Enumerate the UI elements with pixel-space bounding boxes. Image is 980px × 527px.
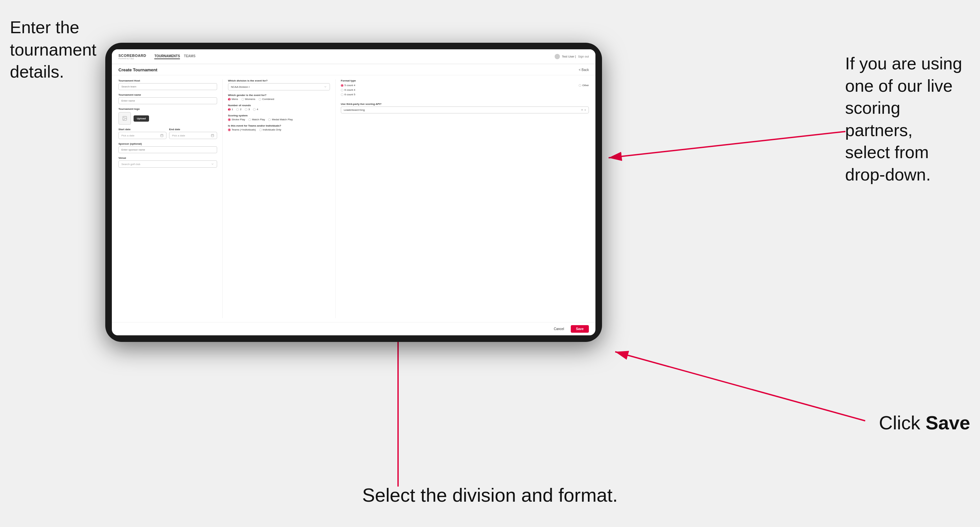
annotation-bottomright: Click Save xyxy=(879,410,970,435)
rounds-label-3: 3 xyxy=(248,108,250,111)
start-date-group: Start date Pick a date xyxy=(118,128,167,139)
back-link[interactable]: < Back xyxy=(579,68,589,71)
gender-label-womens: Womens xyxy=(245,98,255,101)
nav-user: Test User | xyxy=(562,55,576,58)
teams-radio-group: Teams (+Individuals) Individuals Only xyxy=(228,128,330,131)
format-label: Format type xyxy=(341,79,589,82)
gender-option-mens[interactable]: Mens xyxy=(228,98,238,101)
format-label-6count5: 6 count 5 xyxy=(344,93,355,96)
rounds-group: Number of rounds 1 2 xyxy=(228,104,330,111)
teams-option-individuals[interactable]: Individuals Only xyxy=(259,128,281,131)
division-group: Which division is the event for? NCAA Di… xyxy=(228,79,330,90)
nav-item-teams[interactable]: TEAMS xyxy=(184,54,196,59)
tablet-frame: SCOREBOARD Powered by Clipp TOURNAMENTS … xyxy=(105,43,602,342)
annotation-bottom-text: Select the division and format. xyxy=(362,484,618,506)
annotation-topright-text: If you are using one of our live scoring… xyxy=(845,54,962,184)
live-scoring-label: Use third-party live scoring API? xyxy=(341,103,589,106)
live-scoring-select[interactable]: Leaderboard King ✕ ▾ xyxy=(341,106,589,113)
navbar: SCOREBOARD Powered by Clipp TOURNAMENTS … xyxy=(112,49,595,64)
nav-logo: SCOREBOARD Powered by Clipp xyxy=(118,54,146,59)
end-date-label: End date xyxy=(169,128,217,131)
date-row: Start date Pick a date End date Pick a d… xyxy=(118,128,217,139)
tournament-name-input[interactable] xyxy=(118,97,217,104)
tournament-logo-group: Tournament logo Upload xyxy=(118,108,217,125)
teams-option-teams[interactable]: Teams (+Individuals) xyxy=(228,128,256,131)
scoring-option-medal[interactable]: Medal Match Play xyxy=(268,118,293,121)
format-option-6count4[interactable]: 6 count 4 xyxy=(341,89,589,91)
rounds-label-2: 2 xyxy=(240,108,241,111)
annotation-topright: If you are using one of our live scoring… xyxy=(845,52,970,186)
scoring-label-match: Match Play xyxy=(252,118,265,121)
nav-right: Test User | Sign out xyxy=(555,54,589,59)
close-icon[interactable]: ✕ xyxy=(581,108,583,111)
end-date-input[interactable]: Pick a date xyxy=(169,132,217,139)
start-date-label: Start date xyxy=(118,128,167,131)
chevron-down-icon-division xyxy=(324,85,327,89)
nav-avatar xyxy=(555,54,560,59)
sponsor-label: Sponsor (optional) xyxy=(118,142,217,145)
gender-label-combined: Combined xyxy=(262,98,274,101)
nav-signout[interactable]: Sign out xyxy=(578,55,589,58)
other-option[interactable]: Other xyxy=(579,84,589,87)
nav-item-tournaments[interactable]: TOURNAMENTS xyxy=(154,54,180,59)
gender-option-combined[interactable]: Combined xyxy=(259,98,274,101)
gender-radio-combined xyxy=(259,98,261,101)
tournament-host-input[interactable] xyxy=(118,83,217,90)
teams-label-individuals: Individuals Only xyxy=(263,128,281,131)
gender-label-mens: Mens xyxy=(232,98,238,101)
format-group: Format type 5 count 4 xyxy=(341,79,589,96)
live-scoring-group: Use third-party live scoring API? Leader… xyxy=(341,103,589,113)
col-right: Format type 5 count 4 xyxy=(341,79,589,318)
rounds-radio-group: 1 2 3 4 xyxy=(228,108,330,111)
gender-group: Which gender is the event for? Mens Wome xyxy=(228,94,330,101)
gender-label: Which gender is the event for? xyxy=(228,94,330,97)
scoring-label: Scoring system xyxy=(228,114,330,117)
teams-group: Is this event for Teams and/or Individua… xyxy=(228,124,330,131)
cancel-button[interactable]: Cancel xyxy=(551,325,568,332)
rounds-option-2[interactable]: 2 xyxy=(236,108,241,111)
scoring-option-match[interactable]: Match Play xyxy=(248,118,265,121)
nav-items: TOURNAMENTS TEAMS xyxy=(154,54,555,59)
scoring-option-stroke[interactable]: Stroke Play xyxy=(228,118,245,121)
nav-logo-sub: Powered by Clipp xyxy=(118,57,146,59)
venue-placeholder: Search golf club xyxy=(121,163,140,166)
annotation-bottomright-bold: Save xyxy=(926,412,970,433)
annotation-topleft: Enter the tournament details. xyxy=(10,16,102,83)
end-date-group: End date Pick a date xyxy=(169,128,217,139)
venue-group: Venue Search golf club xyxy=(118,157,217,168)
division-select[interactable]: NCAA Division I xyxy=(228,83,330,90)
start-date-placeholder: Pick a date xyxy=(121,134,135,137)
svg-line-2 xyxy=(609,132,845,158)
nav-logo-text: SCOREBOARD xyxy=(118,54,146,57)
svg-point-6 xyxy=(124,117,124,118)
start-date-input[interactable]: Pick a date xyxy=(118,132,167,139)
rounds-option-1[interactable]: 1 xyxy=(228,108,233,111)
page-title: Create Tournament xyxy=(118,67,157,72)
format-option-6count5[interactable]: 6 count 5 xyxy=(341,93,589,96)
scoring-label-stroke: Stroke Play xyxy=(232,118,245,121)
upload-button[interactable]: Upload xyxy=(134,115,149,122)
tournament-host-label: Tournament Host xyxy=(118,79,217,82)
svg-line-4 xyxy=(615,352,865,421)
logo-area: Upload xyxy=(118,112,217,125)
tournament-host-group: Tournament Host xyxy=(118,79,217,90)
venue-input[interactable]: Search golf club xyxy=(118,160,217,168)
scoring-radio-group: Stroke Play Match Play Medal Match Play xyxy=(228,118,330,121)
gender-radio-womens xyxy=(242,98,244,101)
rounds-option-3[interactable]: 3 xyxy=(245,108,250,111)
format-label-5count4: 5 count 4 xyxy=(344,84,355,87)
rounds-label: Number of rounds xyxy=(228,104,330,107)
rounds-option-4[interactable]: 4 xyxy=(253,108,258,111)
gender-option-womens[interactable]: Womens xyxy=(242,98,255,101)
form-footer: Cancel Save xyxy=(112,322,595,335)
teams-label: Is this event for Teams and/or Individua… xyxy=(228,124,330,127)
format-option-5count4[interactable]: 5 count 4 xyxy=(341,84,355,87)
svg-rect-7 xyxy=(161,135,163,137)
col-left: Tournament Host Tournament name Tourname… xyxy=(118,79,217,318)
tournament-name-label: Tournament name xyxy=(118,94,217,96)
rounds-label-4: 4 xyxy=(256,108,258,111)
sponsor-input[interactable] xyxy=(118,146,217,153)
live-scoring-value: Leaderboard King xyxy=(344,108,365,111)
save-button[interactable]: Save xyxy=(571,325,589,333)
rounds-radio-1 xyxy=(228,108,231,111)
